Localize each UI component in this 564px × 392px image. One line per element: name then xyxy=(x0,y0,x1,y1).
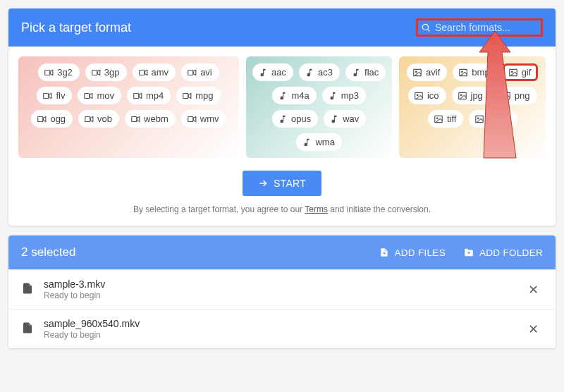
video-icon xyxy=(133,91,142,101)
image-icon xyxy=(458,91,467,101)
remove-file-button[interactable]: ✕ xyxy=(524,319,543,340)
audio-format-m4a[interactable]: m4a xyxy=(272,87,316,104)
svg-rect-22 xyxy=(132,116,137,121)
format-chip-label: m4a xyxy=(291,90,309,101)
video-format-mov[interactable]: mov xyxy=(78,87,121,104)
svg-rect-16 xyxy=(183,93,188,98)
format-chip-label: avif xyxy=(426,67,440,78)
add-files-button[interactable]: ADD FILES xyxy=(379,247,446,258)
file-plus-icon xyxy=(379,247,389,257)
image-format-ico[interactable]: ico xyxy=(408,87,446,104)
file-info: sample-3.mkvReady to begin xyxy=(44,278,514,300)
svg-rect-18 xyxy=(38,116,43,121)
image-icon xyxy=(434,114,443,124)
video-icon xyxy=(138,68,148,78)
audio-formats-panel: aacac3flacm4amp3opuswavwma xyxy=(246,56,393,158)
format-chip-label: mp4 xyxy=(146,90,164,101)
svg-point-37 xyxy=(504,94,505,95)
svg-marker-25 xyxy=(193,116,196,121)
image-icon xyxy=(508,68,518,78)
svg-marker-7 xyxy=(145,70,147,75)
image-icon xyxy=(501,91,511,101)
terms-link[interactable]: Terms xyxy=(305,204,328,214)
svg-marker-19 xyxy=(44,116,47,121)
svg-rect-14 xyxy=(134,93,139,98)
video-format-webm[interactable]: webm xyxy=(125,110,176,128)
svg-marker-23 xyxy=(137,116,140,121)
svg-rect-8 xyxy=(188,70,193,75)
image-format-jpg[interactable]: jpg xyxy=(452,87,490,104)
format-picker-card: Pick a target format 3g23gpamvaviflvmovm… xyxy=(8,8,556,226)
image-format-bmp[interactable]: bmp xyxy=(453,63,496,81)
format-chip-label: bmp xyxy=(472,67,489,78)
start-button[interactable]: START xyxy=(243,171,321,196)
video-icon xyxy=(44,68,54,78)
svg-rect-47 xyxy=(468,252,469,255)
image-format-png[interactable]: png xyxy=(496,87,537,104)
audio-format-ac3[interactable]: ac3 xyxy=(299,63,340,81)
format-chip-label: png xyxy=(515,90,530,101)
audio-format-wav[interactable]: wav xyxy=(324,110,366,128)
terms-row: By selecting a target format, you agree … xyxy=(8,204,556,226)
video-format-mp4[interactable]: mp4 xyxy=(127,87,171,104)
image-format-webp[interactable]: webp xyxy=(469,110,517,128)
svg-point-39 xyxy=(436,117,438,118)
svg-point-27 xyxy=(415,71,417,72)
audio-icon xyxy=(278,91,288,101)
audio-icon xyxy=(329,114,339,124)
image-icon xyxy=(458,68,468,78)
format-chip-label: wmv xyxy=(200,114,219,124)
video-format-flv[interactable]: flv xyxy=(37,87,72,104)
audio-format-mp3[interactable]: mp3 xyxy=(322,87,366,104)
format-chip-label: opus xyxy=(291,114,311,124)
start-label: START xyxy=(274,178,306,189)
file-info: sample_960x540.mkvReady to begin xyxy=(44,318,514,340)
video-icon xyxy=(187,114,197,124)
audio-format-opus[interactable]: opus xyxy=(272,110,318,128)
video-format-3gp[interactable]: 3gp xyxy=(85,63,127,81)
audio-format-aac[interactable]: aac xyxy=(252,63,293,81)
video-format-ogg[interactable]: ogg xyxy=(31,110,73,128)
search-input[interactable] xyxy=(435,22,538,33)
svg-rect-6 xyxy=(139,70,144,75)
format-chip-label: webm xyxy=(144,114,168,124)
queue-header: 2 selected ADD FILES ADD FOLDER xyxy=(8,235,556,269)
audio-icon xyxy=(278,114,288,124)
video-format-amv[interactable]: amv xyxy=(133,63,176,81)
format-chip-label: wma xyxy=(315,137,334,147)
video-format-mpg[interactable]: mpg xyxy=(176,87,220,104)
svg-point-33 xyxy=(417,94,418,95)
file-status: Ready to begin xyxy=(44,330,514,340)
video-format-wmv[interactable]: wmv xyxy=(181,110,226,128)
video-icon xyxy=(91,68,101,78)
format-chip-label: mov xyxy=(97,90,114,101)
image-format-gif[interactable]: gif xyxy=(503,63,539,81)
svg-point-29 xyxy=(462,71,463,72)
selected-count-label: 2 selected xyxy=(21,245,76,259)
svg-rect-10 xyxy=(44,93,49,98)
svg-marker-5 xyxy=(97,70,100,75)
video-icon xyxy=(182,91,192,101)
video-icon xyxy=(130,114,140,124)
search-icon xyxy=(421,23,431,32)
search-formats-wrap[interactable] xyxy=(416,18,543,37)
image-format-tiff[interactable]: tiff xyxy=(428,110,464,128)
format-picker-header: Pick a target format xyxy=(8,8,556,47)
svg-rect-2 xyxy=(45,70,50,75)
audio-format-wma[interactable]: wma xyxy=(296,133,341,151)
remove-file-button[interactable]: ✕ xyxy=(524,279,543,300)
video-format-vob[interactable]: vob xyxy=(78,110,119,128)
file-icon xyxy=(21,321,34,337)
file-name: sample_960x540.mkv xyxy=(44,318,514,329)
format-chip-label: ico xyxy=(427,90,439,101)
file-status: Ready to begin xyxy=(44,290,514,300)
image-format-avif[interactable]: avif xyxy=(407,63,447,81)
video-format-3g2[interactable]: 3g2 xyxy=(38,63,80,81)
svg-point-31 xyxy=(511,71,513,72)
audio-format-flac[interactable]: flac xyxy=(345,63,386,81)
format-chip-label: 3gp xyxy=(104,67,120,78)
format-chip-label: aac xyxy=(271,67,286,78)
add-folder-button[interactable]: ADD FOLDER xyxy=(464,247,543,258)
video-format-avi[interactable]: avi xyxy=(181,63,219,81)
video-icon xyxy=(42,91,52,101)
